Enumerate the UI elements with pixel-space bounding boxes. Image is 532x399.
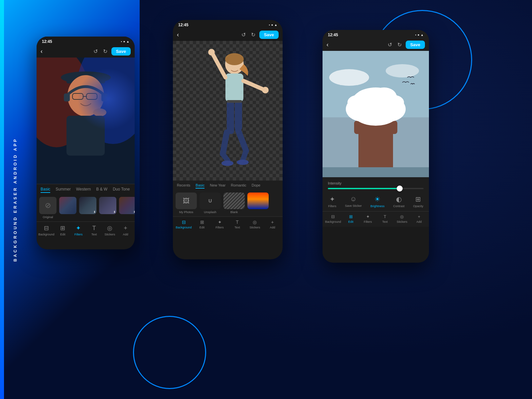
tab-right-stickers-icon: ◎ <box>400 214 404 219</box>
tab-right-background[interactable]: ⊟ Background <box>325 214 341 223</box>
tab-right-filters[interactable]: ✦ Filters <box>360 214 375 223</box>
bg-option-unsplash[interactable]: U Unsplash <box>200 193 221 214</box>
bg-tab-dope[interactable]: Dope <box>252 183 260 189</box>
filter-tab-bw[interactable]: B & W <box>96 187 107 193</box>
tab-left-filters-icon: ✦ <box>76 224 81 232</box>
man-silhouette-svg <box>37 58 135 184</box>
tab-left-stickers-icon: ◎ <box>107 224 112 232</box>
phone-left-redo-button[interactable]: ↻ <box>103 48 107 55</box>
svg-point-32 <box>386 64 419 77</box>
edit-tool-savesticker[interactable]: ☺ Save Sticker <box>345 195 362 208</box>
tab-left-text[interactable]: T Text <box>87 225 101 236</box>
tab-center-stickers[interactable]: ◎ Stickers <box>247 219 262 229</box>
tab-left-filters[interactable]: ✦ Filters <box>71 224 86 236</box>
filter-tab-western[interactable]: Western <box>76 187 91 193</box>
svg-line-18 <box>243 81 263 89</box>
intensity-thumb[interactable] <box>397 186 403 192</box>
tab-right-filters-label: Filters <box>364 220 372 223</box>
filter-item-3[interactable]: ⬇ <box>99 197 116 219</box>
phone-right-undo-button[interactable]: ↺ <box>388 42 392 48</box>
filter-item-2[interactable]: ⬇ <box>79 197 96 219</box>
edit-tool-filters[interactable]: ✦ Filters <box>328 195 336 208</box>
tab-right-add-icon: + <box>418 214 420 219</box>
bg-option-myphotos[interactable]: 🖼 My Photos <box>176 193 197 214</box>
svg-rect-9 <box>64 93 70 101</box>
svg-point-11 <box>93 108 106 116</box>
filter-tab-summer[interactable]: Summer <box>56 187 70 193</box>
edit-tool-brightness[interactable]: ☀ Brightness <box>370 195 385 208</box>
phone-center-back-button[interactable]: ‹ <box>177 31 179 38</box>
edit-tool-opacity[interactable]: ⊞ Opacity <box>413 195 423 208</box>
tab-center-filters[interactable]: ✦ Filters <box>212 219 227 229</box>
svg-point-19 <box>262 87 269 93</box>
tab-right-add[interactable]: + Add <box>412 214 426 223</box>
bg-tab-recents[interactable]: Recents <box>177 183 190 189</box>
phone-right-redo-button[interactable]: ↻ <box>397 42 402 48</box>
tab-right-stickers[interactable]: ◎ Stickers <box>395 214 409 223</box>
svg-rect-10 <box>101 93 107 101</box>
bg-thumb-blank <box>223 193 245 209</box>
tab-center-add[interactable]: + Add <box>265 219 280 229</box>
tab-center-text-icon: T <box>236 219 239 225</box>
phone-left-undo-button[interactable]: ↺ <box>93 48 98 55</box>
edit-tool-brightness-label: Brightness <box>370 204 385 208</box>
filter-tab-duotone[interactable]: Duo Tone <box>113 187 130 193</box>
tab-center-edit-icon: ⊞ <box>200 219 204 225</box>
tab-right-edit-icon: ⊞ <box>349 214 353 219</box>
tab-right-text[interactable]: T Text <box>378 214 392 223</box>
phone-center-statusbar: 12:45 ▪ ● ▲ <box>173 20 283 29</box>
intensity-track[interactable] <box>328 188 424 189</box>
bg-tab-romantic[interactable]: Romantic <box>231 183 246 189</box>
phone-right-back-button[interactable]: ‹ <box>327 41 329 48</box>
filter-item-4[interactable]: ⬇ <box>119 197 135 219</box>
tab-left-edit[interactable]: ⊞ Edit <box>56 224 70 236</box>
tab-right-edit[interactable]: ⊞ Edit <box>343 214 358 223</box>
edit-tool-contrast[interactable]: ◐ Contrast <box>393 195 404 208</box>
phone-right-statusbar: 12:45 ▪ ● ▲ <box>323 30 429 39</box>
edit-tool-opacity-icon: ⊞ <box>415 195 421 203</box>
bg-tab-newyear[interactable]: New Year <box>210 183 225 189</box>
tab-right-stickers-label: Stickers <box>397 220 407 223</box>
phone-right-bottom-tabs: ⊟ Background ⊞ Edit ✦ Filters T Text ◎ S… <box>323 211 429 227</box>
tab-center-add-label: Add <box>270 226 275 229</box>
tab-left-stickers[interactable]: ◎ Stickers <box>102 224 117 236</box>
filter-item-original[interactable]: ⊘ Original <box>39 197 57 219</box>
filter-tab-basic[interactable]: Basic <box>41 187 50 193</box>
tab-center-edit[interactable]: ⊞ Edit <box>195 219 209 229</box>
phones-container: 12:45 ▪ ● ▲ ‹ ↺ ↻ Save <box>27 20 532 379</box>
tab-center-background[interactable]: ⊟ Background <box>176 219 192 229</box>
svg-line-25 <box>243 151 246 161</box>
tab-left-background[interactable]: ⊟ Background <box>39 224 55 236</box>
tab-left-bg-label: Background <box>39 233 55 236</box>
tab-left-add-icon: + <box>124 225 127 232</box>
svg-point-42 <box>371 87 397 106</box>
tab-left-add[interactable]: + Add <box>118 225 133 236</box>
jumping-person-svg <box>173 41 283 181</box>
svg-rect-15 <box>225 73 243 102</box>
svg-line-16 <box>213 54 225 77</box>
edit-tool-savesticker-icon: ☺ <box>350 195 357 203</box>
intensity-fill <box>328 188 400 189</box>
bg-option-blank[interactable]: Blank <box>223 193 245 214</box>
bg-tab-basic[interactable]: Basic <box>196 183 204 189</box>
filter-thumb-original: ⊘ <box>39 197 57 214</box>
tab-left-text-label: Text <box>91 233 97 236</box>
tab-center-text[interactable]: T Text <box>230 219 244 229</box>
phone-right-save-button[interactable]: Save <box>406 41 425 49</box>
filter-item-1[interactable] <box>59 197 76 219</box>
signal-icon: ▲ <box>126 40 129 43</box>
sim-icon: ▪ <box>121 40 122 43</box>
tab-right-edit-label: Edit <box>348 220 353 223</box>
accent-bar <box>0 0 4 399</box>
tab-center-text-label: Text <box>234 226 240 229</box>
phone-center-save-button[interactable]: Save <box>259 31 279 39</box>
svg-line-24 <box>238 130 246 151</box>
phone-left-save-button[interactable]: Save <box>111 47 131 56</box>
tab-center-filters-icon: ✦ <box>218 219 222 225</box>
svg-rect-7 <box>86 93 97 99</box>
phone-center-undo-button[interactable]: ↺ <box>241 32 246 38</box>
phone-left-filter-grid: ⊘ Original ⬇ ⬇ <box>37 194 135 221</box>
bg-option-sunset[interactable] <box>247 193 269 214</box>
phone-left-back-button[interactable]: ‹ <box>41 48 43 55</box>
phone-center-redo-button[interactable]: ↻ <box>251 32 255 38</box>
